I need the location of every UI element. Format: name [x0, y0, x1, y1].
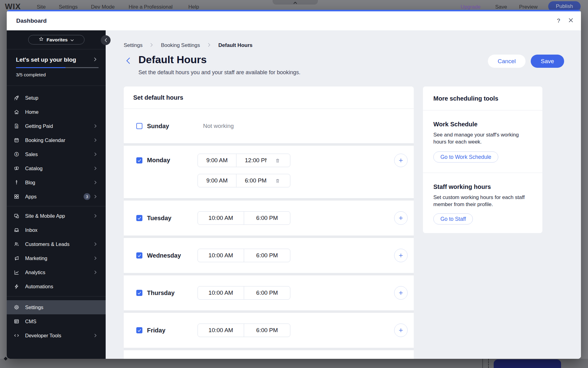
- sunday-checkbox[interactable]: [136, 123, 142, 129]
- start-time-input[interactable]: 10:00 AM: [198, 286, 244, 299]
- customers-icon: [13, 241, 20, 247]
- back-button[interactable]: [124, 57, 132, 65]
- start-time-input[interactable]: 10:00 AM: [198, 324, 244, 337]
- site-mobile-icon: [13, 213, 20, 219]
- sidebar-item-site-mobile-app[interactable]: Site & Mobile App: [7, 209, 106, 223]
- sidebar-item-label: Customers & Leads: [25, 241, 70, 247]
- table-icon: [13, 318, 20, 324]
- friday-slot-1: 10:00 AM 6:00 PM: [198, 324, 290, 337]
- add-slot-button[interactable]: [394, 249, 408, 262]
- sidebar-menu: Setup Home $ Getting Paid Booking Calend…: [7, 86, 106, 343]
- sidebar-item-catalog[interactable]: Catalog: [7, 161, 106, 175]
- add-slot-button[interactable]: [394, 286, 408, 300]
- wednesday-checkbox[interactable]: [136, 252, 142, 259]
- sidebar-item-label: Apps: [25, 194, 37, 200]
- topbar-help[interactable]: Help: [188, 4, 199, 10]
- sidebar-item-settings[interactable]: Settings: [7, 300, 106, 314]
- monday-checkbox[interactable]: [136, 157, 142, 163]
- bolt-icon: [13, 283, 20, 289]
- topbar-site[interactable]: Site: [37, 4, 46, 10]
- chevron-right-icon: [150, 42, 153, 48]
- topbar-collapse-pill[interactable]: [273, 0, 318, 5]
- tools-card-title: More scheduling tools: [433, 95, 498, 102]
- sidebar-collapse-button[interactable]: [101, 35, 111, 45]
- day-row-saturday: [124, 350, 414, 359]
- chevron-right-icon: [94, 256, 96, 260]
- save-button[interactable]: Save: [531, 55, 564, 68]
- work-schedule-heading: Work Schedule: [433, 121, 477, 128]
- start-time-input[interactable]: 9:00 AM: [198, 174, 236, 187]
- thursday-checkbox[interactable]: [136, 290, 142, 296]
- favorites-button[interactable]: Favorites: [28, 35, 85, 44]
- close-icon[interactable]: [569, 18, 573, 24]
- sidebar-item-cms[interactable]: CMS: [7, 314, 106, 328]
- topbar-settings[interactable]: Settings: [59, 4, 77, 10]
- chevron-right-icon: [94, 195, 96, 198]
- topbar-preview[interactable]: Preview: [519, 4, 537, 10]
- tuesday-checkbox[interactable]: [136, 215, 142, 221]
- catalog-icon: [13, 165, 20, 171]
- hours-card-title: Set default hours: [124, 86, 414, 109]
- help-icon[interactable]: ?: [557, 17, 560, 24]
- breadcrumb-settings[interactable]: Settings: [124, 42, 142, 48]
- end-time-input[interactable]: 6:00 PM: [244, 249, 290, 262]
- sidebar-item-analytics[interactable]: Analytics: [7, 265, 106, 279]
- setup-progress-card[interactable]: Let's set up your blog 3/5 completed: [7, 49, 106, 86]
- topbar-upgrade[interactable]: Upgrade: [461, 4, 481, 10]
- editor-bottom-strip: [0, 359, 588, 368]
- sidebar-item-developer-tools[interactable]: Developer Tools: [7, 328, 106, 343]
- sidebar-item-setup[interactable]: Setup: [7, 91, 106, 105]
- friday-checkbox[interactable]: [136, 327, 142, 333]
- end-time-input[interactable]: 12:00 PM: [236, 154, 290, 167]
- sidebar-item-label: Home: [25, 109, 39, 115]
- sidebar-item-blog[interactable]: Blog: [7, 175, 106, 190]
- chevron-right-icon: [94, 214, 96, 218]
- sidebar-item-marketing[interactable]: Marketing: [7, 251, 106, 265]
- topbar-save[interactable]: Save: [495, 4, 507, 10]
- megaphone-icon: [13, 255, 20, 261]
- day-label: Tuesday: [147, 215, 172, 222]
- start-time-input[interactable]: 9:00 AM: [198, 154, 236, 167]
- breadcrumb-booking-settings[interactable]: Booking Settings: [161, 42, 200, 48]
- chevron-right-icon: [94, 167, 96, 170]
- divider: [423, 173, 542, 173]
- add-slot-button[interactable]: [394, 324, 408, 337]
- dashboard-modal: Dashboard ? Favorites Let's set up your …: [7, 10, 581, 359]
- set-default-hours-card: Set default hours Sunday Not working Mon…: [124, 86, 414, 359]
- cancel-button[interactable]: Cancel: [488, 55, 526, 68]
- sidebar-item-home[interactable]: Home: [7, 105, 106, 119]
- pen-icon: [13, 179, 20, 186]
- sidebar-item-label: Booking Calendar: [25, 137, 65, 143]
- more-scheduling-tools-card: More scheduling tools Work Schedule See …: [423, 86, 542, 233]
- end-time-input[interactable]: 6:00 PM: [244, 324, 290, 337]
- sidebar-item-sales[interactable]: $ Sales: [7, 147, 106, 161]
- day-row-monday: Monday 9:00 AM 12:00 PM 9:00 AM 6:00 PM: [124, 146, 414, 198]
- sidebar-item-automations[interactable]: Automations: [7, 279, 106, 293]
- sidebar-item-label: Site & Mobile App: [25, 213, 65, 219]
- sidebar-item-booking-calendar[interactable]: Booking Calendar: [7, 133, 106, 147]
- chevron-right-icon: [94, 124, 96, 128]
- end-time-input[interactable]: 6:00 PM: [244, 286, 290, 299]
- add-slot-button[interactable]: [394, 154, 408, 167]
- add-slot-button[interactable]: [394, 211, 408, 225]
- end-time-input[interactable]: 6:00 PM: [236, 174, 290, 187]
- sidebar-item-inbox[interactable]: Inbox: [7, 223, 106, 237]
- topbar-dev-mode[interactable]: Dev Mode: [91, 4, 115, 10]
- go-to-staff-button[interactable]: Go to Staff: [433, 213, 473, 224]
- start-time-input[interactable]: 10:00 AM: [198, 249, 244, 262]
- sidebar-item-label: Setup: [25, 95, 38, 101]
- day-row-thursday: Thursday 10:00 AM 6:00 PM: [124, 275, 414, 310]
- star-icon: [39, 36, 44, 43]
- topbar-hire[interactable]: Hire a Professional: [129, 4, 173, 10]
- delete-slot-icon[interactable]: [275, 158, 280, 165]
- end-time-input[interactable]: 6:00 PM: [244, 212, 290, 224]
- day-label: Friday: [147, 327, 165, 334]
- delete-slot-icon[interactable]: [275, 178, 280, 185]
- chevron-right-icon: [94, 181, 96, 184]
- sidebar-item-getting-paid[interactable]: $ Getting Paid: [7, 119, 106, 133]
- page-title: Default Hours: [138, 54, 207, 66]
- sidebar-item-customers-leads[interactable]: Customers & Leads: [7, 237, 106, 251]
- sidebar-item-apps[interactable]: Apps 3: [7, 190, 106, 204]
- go-to-work-schedule-button[interactable]: Go to Work Schedule: [433, 151, 498, 163]
- start-time-input[interactable]: 10:00 AM: [198, 212, 244, 224]
